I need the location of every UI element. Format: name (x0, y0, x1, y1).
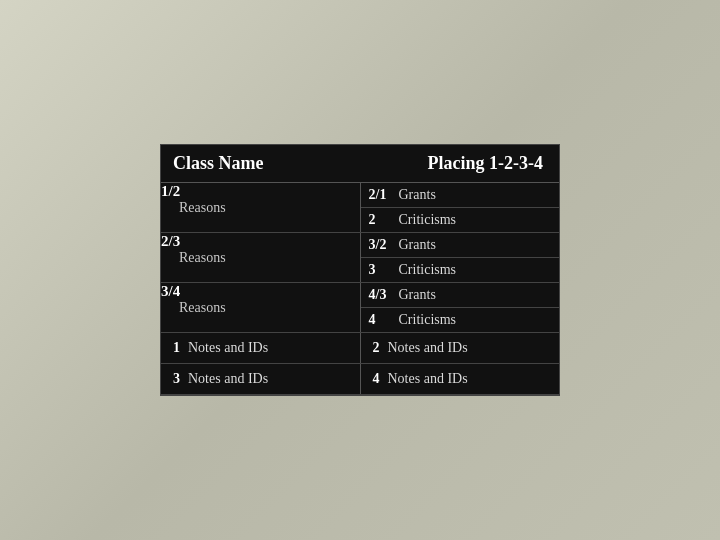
criticisms-label: Criticisms (399, 212, 457, 228)
notes-right-cell: 4Notes and IDs (360, 364, 559, 395)
reasons-label: Reasons (161, 300, 360, 316)
notes-row: 3Notes and IDs4Notes and IDs (161, 364, 559, 395)
table-row: 3/4Reasons4/3Grants4Criticisms (161, 283, 559, 333)
sub-row: 2/1Grants (361, 183, 560, 208)
sub-number: 4 (369, 312, 399, 328)
table-row: 1/2Reasons2/1Grants2Criticisms (161, 183, 559, 233)
grants-label: Grants (399, 287, 436, 303)
sub-number: 2 (369, 212, 399, 228)
class-label: 3/4 (161, 283, 360, 300)
notes-text-left: Notes and IDs (188, 340, 268, 355)
notes-left-cell: 1Notes and IDs (161, 333, 360, 364)
grants-label: Grants (399, 237, 436, 253)
criticisms-label: Criticisms (399, 262, 457, 278)
table-row: 2/3Reasons3/2Grants3Criticisms (161, 233, 559, 283)
sub-number: 3/2 (369, 237, 399, 253)
reasons-label: Reasons (161, 200, 360, 216)
sub-row: 4Criticisms (361, 308, 560, 332)
notes-text-left: Notes and IDs (188, 371, 268, 386)
reasons-label: Reasons (161, 250, 360, 266)
sub-row: 3/2Grants (361, 233, 560, 258)
grants-label: Grants (399, 187, 436, 203)
notes-right-cell: 2Notes and IDs (360, 333, 559, 364)
sub-row: 3Criticisms (361, 258, 560, 282)
criticisms-label: Criticisms (399, 312, 457, 328)
table-header: Class Name Placing 1-2-3-4 (161, 145, 559, 183)
main-table-wrapper: Class Name Placing 1-2-3-4 1/2Reasons2/1… (160, 144, 560, 396)
class-label: 2/3 (161, 233, 360, 250)
notes-number-left: 1 (173, 340, 180, 355)
class-name-header: Class Name (161, 145, 360, 183)
notes-number-right: 2 (373, 340, 380, 355)
notes-left-cell: 3Notes and IDs (161, 364, 360, 395)
sub-number: 4/3 (369, 287, 399, 303)
class-label: 1/2 (161, 183, 360, 200)
notes-number-left: 3 (173, 371, 180, 386)
notes-text-right: Notes and IDs (388, 371, 468, 386)
notes-row: 1Notes and IDs2Notes and IDs (161, 333, 559, 364)
sub-row: 4/3Grants (361, 283, 560, 308)
sub-number: 3 (369, 262, 399, 278)
placing-header: Placing 1-2-3-4 (360, 145, 559, 183)
sub-number: 2/1 (369, 187, 399, 203)
notes-number-right: 4 (373, 371, 380, 386)
notes-text-right: Notes and IDs (388, 340, 468, 355)
sub-row: 2Criticisms (361, 208, 560, 232)
